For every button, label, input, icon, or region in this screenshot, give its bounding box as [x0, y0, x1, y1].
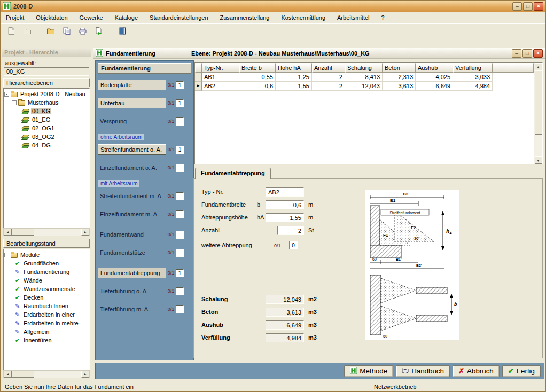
methode-button[interactable]: Methode — [344, 365, 393, 377]
column-header-typ-nr[interactable]: Typ-Nr. — [202, 63, 239, 73]
collapse-icon[interactable] — [12, 100, 17, 105]
quit-button[interactable] — [116, 25, 129, 38]
count-input[interactable] — [176, 305, 184, 313]
module-label[interactable]: Grundflächen — [22, 260, 60, 266]
item-label[interactable]: Tieferführung m. A. — [98, 304, 166, 314]
item-label[interactable]: Einzelfundament m. A. — [98, 209, 166, 219]
module-label[interactable]: Decken — [22, 294, 44, 301]
tree-node-02-og1[interactable]: 02_OG1 — [4, 124, 89, 132]
print-button[interactable] — [76, 25, 89, 38]
fundamentbreite-input[interactable] — [266, 200, 304, 209]
count-input[interactable] — [176, 164, 184, 172]
column-header-beton[interactable]: Beton — [383, 63, 416, 73]
column-header-verfuellung[interactable]: Verfüllung — [453, 63, 493, 73]
count-input[interactable] — [176, 117, 184, 126]
column-header-aushub[interactable]: Aushub — [416, 63, 453, 73]
scrollbar-thumb[interactable] — [12, 229, 34, 236]
count-input[interactable] — [176, 146, 184, 154]
table-row-ab1[interactable]: AB1 0,55 1,25 2 8,413 2,313 4,025 3,033 — [195, 73, 534, 82]
sidebar-item-streifenfundament-oa[interactable]: Streifenfundament o. A. 0/1 — [98, 144, 191, 155]
sidebar-item-versprung[interactable]: Versprung 0/1 — [98, 115, 191, 127]
module-label[interactable]: Wandzusammenste — [22, 286, 76, 292]
item-label[interactable]: Streifenfundament m. A. — [98, 191, 166, 201]
module-fundamentierung[interactable]: Fundamentierung — [4, 268, 89, 276]
abtreppungshoehe-input[interactable] — [266, 213, 304, 222]
item-button-active[interactable]: Fundamentabtreppung — [98, 268, 166, 278]
menu-zusammenstellung[interactable]: Zusammenstellung — [219, 13, 271, 22]
sidebar-item-unterbau[interactable]: Unterbau 0/1 — [98, 97, 191, 109]
count-input[interactable] — [176, 99, 184, 107]
module-label[interactable]: Erdarbeiten in einer — [22, 311, 76, 318]
handbuch-button[interactable]: Handbuch — [396, 365, 450, 377]
sidebar-item-tieferfuehrung-ma[interactable]: Tieferführung m. A. 0/1 — [98, 303, 191, 315]
scroll-right-icon[interactable] — [81, 371, 89, 378]
module-innentueren[interactable]: Innentüren — [4, 336, 89, 344]
typ-field[interactable] — [266, 187, 304, 197]
sidebar-item-fundamentabtreppung[interactable]: Fundamentabtreppung 0/1 — [98, 267, 191, 279]
module-waende[interactable]: Wände — [4, 276, 89, 285]
count-input[interactable] — [176, 287, 184, 295]
tree-node-label[interactable]: Projekt 2008-D - Neubau — [19, 91, 87, 97]
tree-node-04-dg[interactable]: 04_DG — [4, 141, 89, 150]
item-button[interactable]: Bodenplatte — [98, 80, 166, 90]
tree-node-project[interactable]: Projekt 2008-D - Neubau — [4, 90, 89, 98]
menu-projekt[interactable]: Projekt — [5, 13, 25, 22]
minimize-button[interactable] — [512, 2, 522, 11]
module-allgemein[interactable]: Allgemein — [4, 327, 89, 336]
item-label[interactable]: Fundamentwand — [98, 230, 166, 239]
progress-header[interactable]: Bearbeitungsstand — [3, 239, 90, 248]
sidebar-item-streifenfundament-ma[interactable]: Streifenfundament m. A. 0/1 — [98, 190, 191, 202]
tree-node-label[interactable]: 02_OG1 — [31, 125, 56, 131]
menu-standardeinstellungen[interactable]: Standardeinstellungen — [149, 13, 209, 22]
count-input[interactable] — [176, 210, 184, 218]
progress-tree-hscrollbar[interactable] — [3, 370, 90, 378]
scroll-left-icon[interactable] — [4, 371, 12, 378]
mdi-close-button[interactable] — [533, 49, 543, 58]
item-label[interactable]: Versprung — [98, 116, 166, 126]
maximize-button[interactable] — [523, 2, 533, 11]
menu-gewerke[interactable]: Gewerke — [79, 13, 104, 22]
count-input[interactable] — [176, 249, 184, 257]
scroll-right-icon[interactable] — [81, 229, 89, 236]
column-header-breite[interactable]: Breite b — [239, 63, 276, 73]
tree-node-label[interactable]: Module — [19, 252, 41, 258]
sidebar-item-fundamentstuetze[interactable]: Fundamentstütze 0/1 — [98, 247, 191, 258]
item-button[interactable]: Unterbau — [98, 98, 166, 108]
row-selector[interactable] — [195, 73, 202, 82]
sidebar-item-bodenplatte[interactable]: Bodenplatte 0/1 — [98, 79, 191, 91]
module-label[interactable]: Allgemein — [22, 328, 50, 335]
item-label[interactable]: Fundamentstütze — [98, 248, 166, 257]
item-button[interactable]: Streifenfundament o. A. — [98, 144, 166, 155]
menu-objektdaten[interactable]: Objektdaten — [35, 13, 68, 22]
tab-fundamentabtreppung[interactable]: Fundamentabtreppung — [195, 168, 271, 179]
sidebar-item-einzelfundament-ma[interactable]: Einzelfundament m. A. 0/1 — [98, 208, 191, 220]
column-header-anzahl[interactable]: Anzahl — [312, 63, 345, 73]
tree-node-label[interactable]: Musterhaus — [27, 99, 59, 106]
column-header-hoehe[interactable]: Höhe hA — [276, 63, 312, 73]
anzahl-input[interactable] — [277, 226, 304, 235]
new-document-button[interactable] — [5, 25, 18, 38]
module-raumbuch-innen[interactable]: Raumbuch Innen — [4, 302, 89, 310]
scrollbar-thumb[interactable] — [12, 371, 34, 378]
project-tree-hscrollbar[interactable] — [3, 228, 90, 236]
tree-node-label[interactable]: 01_EG — [31, 116, 51, 123]
sidebar-item-tieferfuehrung-oa[interactable]: Tieferführung o. A. 0/1 — [98, 285, 191, 297]
module-erdarbeiten-mehre[interactable]: Erdarbeiten in mehre — [4, 319, 89, 327]
export-button[interactable] — [92, 25, 105, 38]
copy-button[interactable] — [60, 25, 73, 38]
tree-node-label[interactable]: 00_KG — [31, 108, 51, 114]
module-label[interactable]: Innentüren — [22, 337, 53, 343]
menu-kostenermittlung[interactable]: Kostenermittlung — [280, 13, 326, 22]
tree-node-03-og2[interactable]: 03_OG2 — [4, 132, 89, 141]
weitere-abtreppung-input[interactable] — [289, 241, 298, 249]
open-project-button[interactable] — [21, 25, 34, 38]
scroll-left-icon[interactable] — [4, 229, 12, 236]
hierarchy-levels-header[interactable]: Hierarchieebenen — [3, 78, 90, 87]
module-label[interactable]: Fundamentierung — [22, 269, 71, 275]
menu-kataloge[interactable]: Kataloge — [114, 13, 139, 22]
module-decken[interactable]: Decken — [4, 293, 89, 302]
module-label[interactable]: Erdarbeiten in mehre — [22, 320, 80, 326]
module-erdarbeiten-einer[interactable]: Erdarbeiten in einer — [4, 310, 89, 319]
tree-node-label[interactable]: 03_OG2 — [31, 134, 56, 140]
scroll-up-icon[interactable] — [535, 63, 542, 70]
